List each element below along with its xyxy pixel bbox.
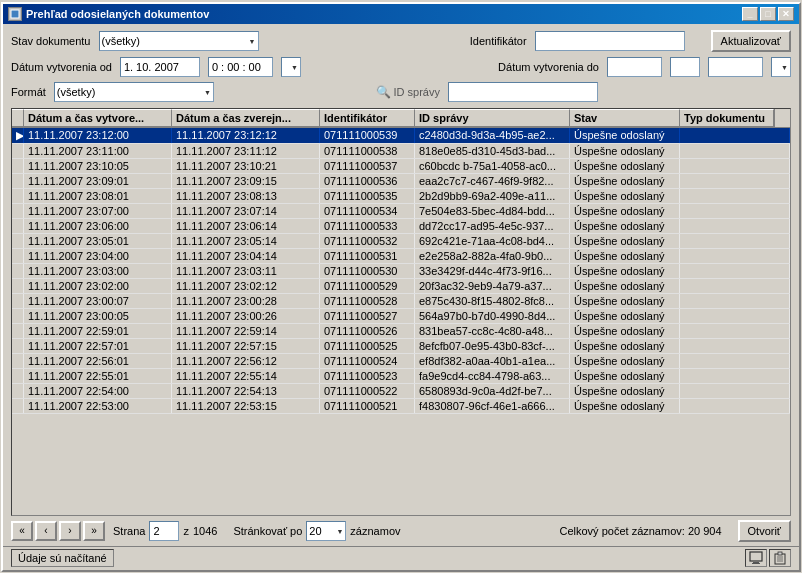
status-icon-clipboard[interactable] (769, 549, 791, 567)
row-arrow (12, 324, 24, 338)
table-row[interactable]: 11.11.2007 23:04:0011.11.2007 23:04:1407… (12, 249, 790, 264)
per-page-select-wrapper[interactable]: 20 (306, 521, 346, 541)
row-arrow (12, 354, 24, 368)
th-ident[interactable]: Identifikátor (320, 109, 415, 127)
row-stav: Úspešne odoslaný (570, 189, 680, 203)
table-row[interactable]: 11.11.2007 23:07:0011.11.2007 23:07:1407… (12, 204, 790, 219)
id-spravy-input[interactable] (448, 82, 598, 102)
open-button[interactable]: Otvoriť (738, 520, 791, 542)
prev-page-button[interactable]: ‹ (35, 521, 57, 541)
table-row[interactable]: 11.11.2007 23:00:0711.11.2007 23:00:2807… (12, 294, 790, 309)
row-ident: 071111000526 (320, 324, 415, 338)
table-row[interactable]: 11.11.2007 22:53:0011.11.2007 22:53:1507… (12, 399, 790, 414)
row-arrow (12, 279, 24, 293)
row-idspravy: e2e258a2-882a-4fa0-9b0... (415, 249, 570, 263)
row-date1: 11.11.2007 23:05:01 (24, 234, 172, 248)
format-select[interactable]: (všetky) (54, 82, 214, 102)
table-row[interactable]: 11.11.2007 23:08:0111.11.2007 23:08:1307… (12, 189, 790, 204)
next-page-button[interactable]: › (59, 521, 81, 541)
cas-od-select-wrapper[interactable] (281, 57, 301, 77)
row-date1: 11.11.2007 22:57:01 (24, 339, 172, 353)
total-records: Celkový počet záznamov: 20 904 (559, 525, 721, 537)
table-row[interactable]: 11.11.2007 23:02:0011.11.2007 23:02:1207… (12, 279, 790, 294)
row-ident: 071111000530 (320, 264, 415, 278)
datum-do-select-wrapper[interactable] (771, 57, 791, 77)
row-idspravy: c2480d3d-9d3a-4b95-ae2... (415, 128, 570, 143)
row-date1: 11.11.2007 23:12:00 (24, 128, 172, 143)
th-date1[interactable]: Dátum a čas vytvore... (24, 109, 172, 127)
table-row[interactable]: ▶11.11.2007 23:12:0011.11.2007 23:12:120… (12, 128, 790, 144)
row-typ (680, 128, 790, 143)
maximize-button[interactable]: □ (760, 7, 776, 21)
minimize-button[interactable]: _ (742, 7, 758, 21)
row-idspravy: ef8df382-a0aa-40b1-a1ea... (415, 354, 570, 368)
stav-select[interactable]: (všetky) (99, 31, 259, 51)
row-stav: Úspešne odoslaný (570, 144, 680, 158)
datum-od-input[interactable] (120, 57, 200, 77)
row-arrow (12, 309, 24, 323)
datum-do-date[interactable] (607, 57, 662, 77)
row-ident: 071111000537 (320, 159, 415, 173)
table-row[interactable]: 11.11.2007 22:59:0111.11.2007 22:59:1407… (12, 324, 790, 339)
table-row[interactable]: 11.11.2007 23:05:0111.11.2007 23:05:1407… (12, 234, 790, 249)
table-row[interactable]: 11.11.2007 23:03:0011.11.2007 23:03:1107… (12, 264, 790, 279)
table-row[interactable]: 11.11.2007 23:06:0011.11.2007 23:06:1407… (12, 219, 790, 234)
row-date2: 11.11.2007 23:09:15 (172, 174, 320, 188)
identifikator-input[interactable] (535, 31, 685, 51)
row-ident: 071111000522 (320, 384, 415, 398)
row-date2: 11.11.2007 23:08:13 (172, 189, 320, 203)
stav-label: Stav dokumentu (11, 35, 91, 47)
titlebar-buttons: _ □ ✕ (742, 7, 794, 21)
svg-rect-1 (750, 552, 762, 561)
aktualizovat-button[interactable]: Aktualizovať (711, 30, 791, 52)
format-select-wrapper[interactable]: (všetky) (54, 82, 214, 102)
th-typ[interactable]: Typ dokumentu (680, 109, 774, 127)
close-button[interactable]: ✕ (778, 7, 794, 21)
row-typ (680, 279, 790, 293)
row-typ (680, 369, 790, 383)
row-typ (680, 249, 790, 263)
table-row[interactable]: 11.11.2007 23:00:0511.11.2007 23:00:2607… (12, 309, 790, 324)
table-row[interactable]: 11.11.2007 23:10:0511.11.2007 23:10:2107… (12, 159, 790, 174)
row-idspravy: 831bea57-cc8c-4c80-a48... (415, 324, 570, 338)
table-body[interactable]: ▶11.11.2007 23:12:0011.11.2007 23:12:120… (12, 128, 790, 515)
status-text: Údaje sú načítané (18, 552, 107, 564)
table-row[interactable]: 11.11.2007 22:55:0111.11.2007 22:55:1407… (12, 369, 790, 384)
status-icon-monitor[interactable] (745, 549, 767, 567)
row-date2: 11.11.2007 23:05:14 (172, 234, 320, 248)
table-header: Dátum a čas vytvore... Dátum a čas zvere… (12, 109, 790, 128)
last-page-button[interactable]: » (83, 521, 105, 541)
row-arrow (12, 339, 24, 353)
row-date1: 11.11.2007 23:10:05 (24, 159, 172, 173)
table-row[interactable]: 11.11.2007 23:11:0011.11.2007 23:11:1207… (12, 144, 790, 159)
statusbar: Údaje sú načítané (3, 546, 799, 570)
per-page-select[interactable]: 20 (306, 521, 346, 541)
cas-od-input[interactable] (208, 57, 273, 77)
table-row[interactable]: 11.11.2007 23:09:0111.11.2007 23:09:1507… (12, 174, 790, 189)
page-input[interactable] (149, 521, 179, 541)
th-idspravy[interactable]: ID správy (415, 109, 570, 127)
cas-od-select[interactable] (281, 57, 301, 77)
table-row[interactable]: 11.11.2007 22:57:0111.11.2007 22:57:1507… (12, 339, 790, 354)
first-page-button[interactable]: « (11, 521, 33, 541)
row-idspravy: fa9e9cd4-cc84-4798-a63... (415, 369, 570, 383)
stav-select-wrapper[interactable]: (všetky) (99, 31, 259, 51)
toolbar-row-1: Stav dokumentu (všetky) Identifikátor Ak… (11, 30, 791, 52)
row-arrow (12, 399, 24, 413)
row-typ (680, 399, 790, 413)
th-stav[interactable]: Stav (570, 109, 680, 127)
svg-rect-0 (11, 10, 19, 18)
datum-do-select[interactable] (771, 57, 791, 77)
row-stav: Úspešne odoslaný (570, 204, 680, 218)
id-spravy-icon-area: 🔍 ID správy (376, 85, 440, 99)
row-typ (680, 339, 790, 353)
th-date2[interactable]: Dátum a čas zverejn... (172, 109, 320, 127)
table-row[interactable]: 11.11.2007 22:54:0011.11.2007 22:54:1307… (12, 384, 790, 399)
row-stav: Úspešne odoslaný (570, 159, 680, 173)
table-row[interactable]: 11.11.2007 22:56:0111.11.2007 22:56:1207… (12, 354, 790, 369)
row-ident: 071111000521 (320, 399, 415, 413)
row-date2: 11.11.2007 23:07:14 (172, 204, 320, 218)
row-arrow (12, 189, 24, 203)
row-idspravy: f4830807-96cf-46e1-a666... (415, 399, 570, 413)
row-date1: 11.11.2007 22:55:01 (24, 369, 172, 383)
